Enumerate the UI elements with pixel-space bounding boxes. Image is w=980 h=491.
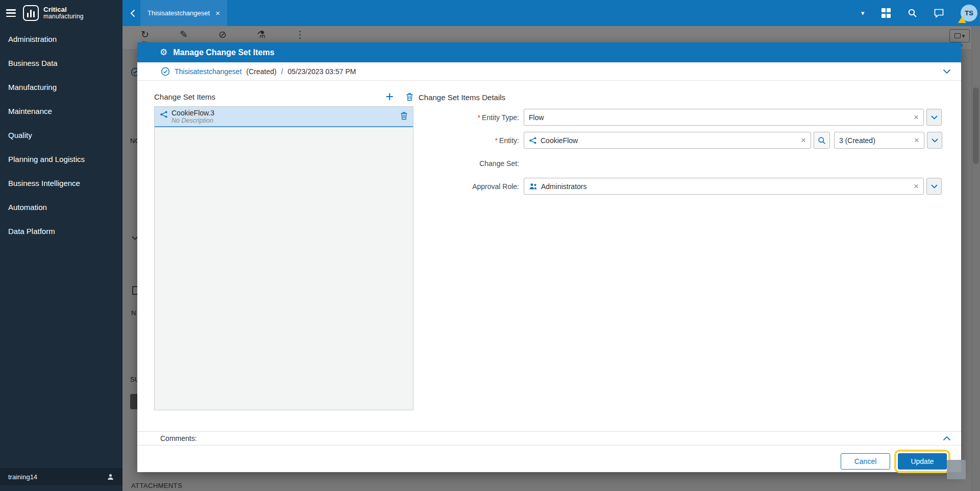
sidebar-item-administration[interactable]: Administration xyxy=(0,27,122,51)
logo-text-bold: Critical xyxy=(43,6,84,13)
items-panel-title: Change Set Items xyxy=(154,92,385,101)
tab-close-icon[interactable]: × xyxy=(215,9,220,17)
flow-icon xyxy=(160,110,168,119)
sidebar-item-manufacturing[interactable]: Manufacturing xyxy=(0,75,122,99)
entity-version-value: 3 (Created) xyxy=(839,136,911,145)
comments-section: Comments: xyxy=(137,431,961,446)
dialog-footer: Cancel Update xyxy=(137,446,961,472)
flow-icon xyxy=(529,136,537,145)
details-panel-title: Change Set Items Details xyxy=(419,93,505,102)
list-item-cookieflow[interactable]: CookieFlow.3 No Description xyxy=(155,107,413,127)
logo-text: Critical manufacturing xyxy=(43,6,84,20)
menu-icon[interactable] xyxy=(6,9,16,17)
sidebar-item-data-platform[interactable]: Data Platform xyxy=(0,219,122,243)
items-list: CookieFlow.3 No Description xyxy=(154,106,413,410)
avatar-initials: TS xyxy=(965,9,973,17)
username-label: training14 xyxy=(8,473,37,481)
entity-search-button[interactable] xyxy=(814,132,830,149)
entity-version-dropdown-button[interactable] xyxy=(927,132,942,149)
sidebar-item-quality[interactable]: Quality xyxy=(0,123,122,147)
change-set-items-details-panel: Change Set Items Details *Entity Type: F… xyxy=(419,90,942,431)
sidebar-item-planning-and-logistics[interactable]: Planning and Logistics xyxy=(0,147,122,171)
back-icon[interactable] xyxy=(130,9,135,17)
apps-grid-icon[interactable] xyxy=(881,8,891,18)
avatar[interactable]: TS xyxy=(961,5,977,21)
change-set-label: Change Set: xyxy=(419,159,524,168)
update-button[interactable]: Update xyxy=(898,453,947,470)
sidebar-header: Critical manufacturing xyxy=(0,0,122,26)
clear-icon[interactable]: × xyxy=(914,113,919,122)
delete-items-icon[interactable] xyxy=(406,92,413,101)
manage-gear-icon: ⚙ xyxy=(160,48,167,57)
item-description: No Description xyxy=(172,117,400,125)
clear-icon[interactable]: × xyxy=(801,136,806,145)
sidebar-footer: training14 xyxy=(0,468,122,485)
comments-collapse-icon[interactable] xyxy=(943,436,951,441)
item-name: CookieFlow.3 xyxy=(172,109,400,117)
approval-role-label: Approval Role: xyxy=(419,182,524,191)
changeset-state: (Created) xyxy=(247,67,277,76)
changeset-summary-bar: Thisisatestchangeset (Created) / 05/23/2… xyxy=(137,62,961,81)
dialog-header: ⚙ Manage Change Set Items xyxy=(137,42,961,62)
entity-row: *Entity: CookieFlow × 3 (Created) × xyxy=(419,132,942,149)
sidebar: Critical manufacturing Administration Bu… xyxy=(0,0,122,491)
dialog-body: Change Set Items + CookieFlow.3 No Descr… xyxy=(137,81,961,431)
tab-title: Thisisatestchangeset xyxy=(148,9,210,17)
dialog-title: Manage Change Set Items xyxy=(173,48,274,57)
required-marker: * xyxy=(495,136,498,145)
warning-badge-icon xyxy=(958,16,966,23)
sidebar-item-business-data[interactable]: Business Data xyxy=(0,51,122,75)
sidebar-nav: Administration Business Data Manufacturi… xyxy=(0,27,122,243)
entity-type-label: *Entity Type: xyxy=(419,113,524,122)
changeset-name-link[interactable]: Thisisatestchangeset xyxy=(175,67,242,76)
sidebar-item-business-intelligence[interactable]: Business Intelligence xyxy=(0,171,122,195)
search-icon[interactable] xyxy=(908,8,917,18)
cursor-marker xyxy=(947,460,966,479)
items-panel-header: Change Set Items + xyxy=(154,90,413,103)
users-icon xyxy=(529,183,537,190)
entity-type-row: *Entity Type: Flow × xyxy=(419,109,942,126)
add-item-icon[interactable]: + xyxy=(385,91,394,102)
logo-icon xyxy=(23,5,39,21)
item-delete-icon[interactable] xyxy=(400,111,408,120)
expand-menu-icon[interactable]: ▾ xyxy=(861,9,865,17)
approval-role-dropdown-button[interactable] xyxy=(926,178,942,195)
changeset-timestamp: 05/23/2023 03:57 PM xyxy=(288,67,356,76)
logo: Critical manufacturing xyxy=(23,5,84,21)
clear-icon[interactable]: × xyxy=(914,182,919,191)
topbar: Thisisatestchangeset × ▾ TS xyxy=(122,0,980,26)
cancel-button[interactable]: Cancel xyxy=(841,453,890,470)
logo-text-light: manufacturing xyxy=(43,13,84,20)
change-set-row: Change Set: xyxy=(419,155,942,172)
required-marker: * xyxy=(478,113,480,122)
sidebar-item-automation[interactable]: Automation xyxy=(0,195,122,219)
entity-value: CookieFlow xyxy=(541,136,797,145)
summary-expand-icon[interactable] xyxy=(943,69,951,74)
comments-label: Comments: xyxy=(160,434,197,442)
entity-type-input[interactable]: Flow × xyxy=(524,109,924,126)
approval-role-value: Administrators xyxy=(541,182,910,191)
item-text: CookieFlow.3 No Description xyxy=(172,109,400,125)
approval-role-row: Approval Role: Administrators × xyxy=(419,178,942,195)
session-user-icon[interactable] xyxy=(107,473,114,481)
clear-icon[interactable]: × xyxy=(914,136,919,145)
state-check-icon xyxy=(161,67,170,76)
chat-icon[interactable] xyxy=(934,9,944,18)
entity-type-dropdown-button[interactable] xyxy=(926,109,942,126)
tab-thisisatestchangeset[interactable]: Thisisatestchangeset × xyxy=(140,0,227,26)
entity-input[interactable]: CookieFlow × xyxy=(524,132,811,149)
summary-separator: / xyxy=(281,67,283,76)
entity-version-input[interactable]: 3 (Created) × xyxy=(834,132,924,149)
manage-change-set-items-dialog: ⚙ Manage Change Set Items Thisisatestcha… xyxy=(137,42,961,472)
topbar-actions: ▾ TS xyxy=(861,5,980,21)
change-set-items-panel: Change Set Items + CookieFlow.3 No Descr… xyxy=(154,90,413,410)
sidebar-item-maintenance[interactable]: Maintenance xyxy=(0,99,122,123)
entity-label: *Entity: xyxy=(419,136,524,145)
entity-type-value: Flow xyxy=(529,113,910,122)
approval-role-input[interactable]: Administrators × xyxy=(524,178,924,195)
